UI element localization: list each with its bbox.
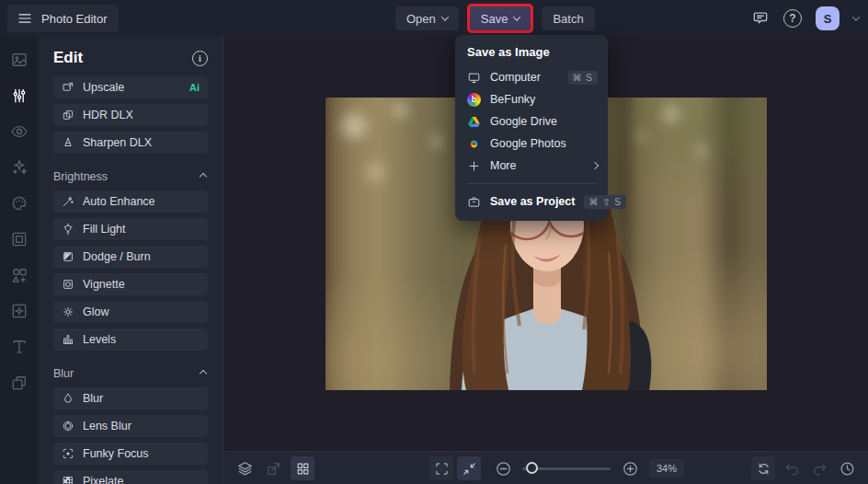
menu-item-label: More (490, 159, 516, 172)
open-button[interactable]: Open (395, 6, 459, 30)
tool-levels[interactable]: Levels (53, 328, 208, 351)
batch-label: Batch (553, 12, 583, 26)
menu-item-computer[interactable]: Computer ⌘ S (455, 66, 608, 88)
dodge-burn-icon (62, 250, 74, 263)
zoom-slider-handle[interactable] (526, 462, 538, 474)
zoom-in-icon[interactable] (619, 457, 641, 479)
befunky-letter: b (472, 95, 477, 104)
tool-label: Vignette (83, 278, 125, 291)
menu-item-label: Google Photos (490, 137, 566, 150)
reset-icon[interactable] (751, 456, 775, 480)
zoom-slider[interactable] (522, 462, 611, 475)
history-icon[interactable] (836, 457, 858, 479)
rail-item-edit[interactable] (6, 84, 32, 108)
rail-item-artsy[interactable] (6, 191, 32, 215)
menu-item-google-drive[interactable]: Google Drive (455, 110, 608, 133)
redo-icon (808, 457, 830, 479)
section-title: Brightness (53, 170, 108, 183)
aperture-icon (62, 420, 74, 432)
menu-item-save-as-project[interactable]: Save as Project ⌘ ⇧ S (455, 190, 608, 213)
bulb-icon (62, 223, 74, 236)
collapse-chevron-icon[interactable] (200, 370, 207, 377)
tool-upscale[interactable]: Upscale Ai (53, 76, 208, 98)
befunky-logo: b (467, 93, 481, 107)
menu-item-more[interactable]: More (455, 155, 608, 177)
rail-item-frames[interactable] (6, 227, 32, 251)
feedback-icon[interactable] (751, 9, 770, 28)
batch-button[interactable]: Batch (542, 6, 594, 30)
levels-icon (62, 333, 74, 346)
hdr-icon (62, 109, 74, 121)
save-button[interactable]: Save (467, 4, 534, 33)
chevron-down-icon (441, 13, 449, 20)
tool-label: Pixelate (83, 475, 123, 484)
help-icon[interactable]: ? (783, 9, 802, 28)
tool-lens-blur[interactable]: Lens Blur (53, 415, 208, 437)
rail-item-touch-up[interactable] (6, 120, 32, 144)
save-dropdown-menu: Save as Image Computer ⌘ S b BeFunky Goo… (455, 35, 608, 221)
zoom-percent[interactable]: 34% (649, 459, 684, 478)
edit-panel: Edit i Upscale Ai HDR DLX Sharpen DLX Br… (39, 37, 223, 484)
rail-item-graphics[interactable] (6, 263, 32, 287)
menu-item-befunky[interactable]: b BeFunky (455, 88, 608, 110)
tool-dodge-burn[interactable]: Dodge / Burn (53, 246, 208, 268)
tool-label: Fill Light (83, 223, 126, 236)
tool-rail (0, 37, 39, 484)
sliders-icon (10, 86, 29, 105)
tool-label: Glow (83, 305, 108, 318)
rail-item-image-manager[interactable] (6, 48, 32, 72)
shapes-icon (10, 266, 29, 284)
tool-label: Funky Focus (83, 447, 149, 460)
tool-label: HDR DLX (83, 109, 133, 121)
topbar-account: ? S (751, 0, 859, 37)
tool-pixelate[interactable]: Pixelate (53, 470, 208, 484)
fullscreen-icon[interactable] (429, 456, 453, 480)
tool-label: Upscale (83, 81, 124, 94)
tool-vignette[interactable]: Vignette (53, 273, 208, 295)
glow-icon (62, 305, 74, 318)
magic-wand-icon (62, 195, 74, 208)
submenu-chevron-icon (591, 162, 599, 169)
tool-auto-enhance[interactable]: Auto Enhance (53, 190, 208, 213)
shortcut-badge: ⌘ S (568, 71, 598, 85)
topbar-actions: Open Save Batch (395, 0, 595, 37)
section-title: Blur (53, 367, 74, 380)
info-icon[interactable]: i (192, 51, 208, 66)
menu-item-label: Google Drive (490, 115, 557, 128)
zoom-out-icon[interactable] (492, 457, 514, 479)
app-menu[interactable]: Photo Editor (7, 5, 119, 32)
image-icon (10, 51, 29, 69)
collapse-chevron-icon[interactable] (200, 173, 207, 180)
tool-label: Dodge / Burn (83, 250, 151, 263)
google-drive-icon (467, 115, 481, 129)
tool-glow[interactable]: Glow (53, 301, 208, 323)
rail-item-layers[interactable] (6, 371, 32, 395)
rail-item-effects[interactable] (6, 156, 32, 179)
undo-icon (781, 457, 803, 479)
menu-item-label: BeFunky (490, 93, 535, 106)
layers-panel-icon[interactable] (234, 457, 256, 479)
palette-icon (10, 194, 29, 213)
menu-item-google-photos[interactable]: Google Photos (455, 133, 608, 155)
menu-header: Save as Image (455, 44, 608, 66)
rail-item-text[interactable] (6, 335, 32, 359)
avatar[interactable]: S (816, 6, 839, 30)
tool-blur[interactable]: Blur (53, 387, 208, 409)
text-icon (10, 338, 29, 356)
rail-item-overlays[interactable] (6, 299, 32, 323)
tool-sharpen-dlx[interactable]: Sharpen DLX (53, 132, 208, 154)
tool-label: Blur (83, 392, 103, 405)
google-photos-icon (467, 137, 481, 151)
tool-hdr-dlx[interactable]: HDR DLX (53, 104, 208, 126)
computer-icon (467, 71, 481, 85)
canvas-manager-icon[interactable] (291, 456, 314, 480)
shortcut-badge: ⌘ ⇧ S (584, 195, 626, 209)
tool-funky-focus[interactable]: Funky Focus (53, 443, 208, 465)
tool-label: Lens Blur (83, 420, 131, 432)
tool-fill-light[interactable]: Fill Light (53, 218, 208, 240)
bring-forward-icon (262, 457, 284, 479)
fit-to-screen-icon[interactable] (457, 456, 481, 480)
account-chevron-icon[interactable] (852, 13, 860, 20)
hamburger-icon (17, 10, 33, 27)
sharpen-icon (62, 136, 74, 149)
